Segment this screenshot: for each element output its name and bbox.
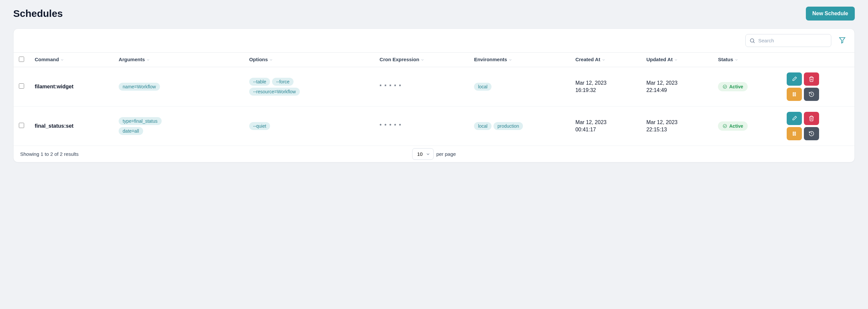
status-badge: Active [718, 82, 748, 91]
delete-button[interactable] [804, 73, 819, 86]
delete-button[interactable] [804, 112, 819, 125]
col-created-at[interactable]: Created At [570, 53, 641, 67]
page-title: Schedules [13, 8, 63, 19]
updated-at-text: Mar 12, 202322:15:13 [641, 107, 713, 146]
chevron-down-icon [421, 58, 425, 62]
results-summary: Showing 1 to 2 of 2 results [20, 151, 79, 157]
option-pill: --table [249, 78, 270, 86]
search-icon [749, 38, 755, 44]
chevron-down-icon [508, 58, 512, 62]
col-checkbox [13, 53, 29, 67]
col-arguments[interactable]: Arguments [113, 53, 244, 67]
svg-point-3 [723, 85, 727, 89]
per-page-label: per page [436, 151, 456, 157]
pause-button[interactable] [787, 127, 802, 140]
svg-point-0 [750, 39, 754, 43]
col-environments[interactable]: Environments [469, 53, 570, 67]
environment-pill: production [494, 122, 523, 130]
svg-rect-5 [795, 93, 795, 96]
col-updated-at[interactable]: Updated At [641, 53, 713, 67]
created-at-text: Mar 12, 202316:19:32 [570, 67, 641, 107]
new-schedule-button[interactable]: New Schedule [806, 7, 855, 21]
chevron-down-icon [674, 58, 678, 62]
col-status[interactable]: Status [713, 53, 781, 67]
chevron-down-icon [146, 58, 150, 62]
search-input[interactable] [745, 34, 831, 47]
edit-button[interactable] [787, 73, 802, 86]
cron-text: * * * * * [379, 84, 402, 89]
schedules-table: Command Arguments Options Cron Expressio… [13, 52, 855, 146]
command-text: filament:widget [35, 84, 73, 89]
history-button[interactable] [804, 88, 819, 101]
table-row: filament:widgetname=Workflow--table--for… [13, 67, 855, 107]
edit-button[interactable] [787, 112, 802, 125]
command-text: final_status:set [35, 123, 73, 129]
pause-button[interactable] [787, 88, 802, 101]
chevron-down-icon [601, 58, 606, 62]
svg-rect-4 [793, 93, 794, 96]
per-page-select[interactable]: 10 [412, 148, 434, 160]
row-checkbox[interactable] [19, 83, 24, 89]
chevron-down-icon [269, 58, 273, 62]
updated-at-text: Mar 12, 202322:14:49 [641, 67, 713, 107]
col-options[interactable]: Options [244, 53, 374, 67]
created-at-text: Mar 12, 202300:41:17 [570, 107, 641, 146]
chevron-down-icon [735, 58, 738, 62]
svg-rect-8 [795, 132, 795, 136]
table-row: final_status:settype=final_statusdate=al… [13, 107, 855, 146]
col-actions [781, 53, 855, 67]
row-checkbox[interactable] [19, 123, 24, 128]
svg-line-1 [753, 42, 754, 43]
option-pill: --force [272, 78, 293, 86]
col-command[interactable]: Command [29, 53, 113, 67]
argument-pill: type=final_status [119, 117, 161, 125]
environment-pill: local [474, 83, 492, 91]
svg-marker-2 [840, 38, 845, 43]
filter-icon [839, 36, 846, 44]
argument-pill: name=Workflow [119, 83, 160, 91]
schedules-card: Command Arguments Options Cron Expressio… [13, 28, 855, 163]
option-pill: --resource=Workflow [249, 88, 300, 95]
option-pill: --quiet [249, 122, 270, 130]
chevron-down-icon [60, 58, 64, 62]
select-all-checkbox[interactable] [19, 57, 24, 62]
argument-pill: date=all [119, 127, 143, 135]
history-button[interactable] [804, 127, 819, 140]
environment-pill: local [474, 122, 492, 130]
col-cron[interactable]: Cron Expression [374, 53, 469, 67]
filter-button[interactable] [837, 34, 848, 47]
svg-rect-7 [793, 132, 794, 136]
svg-point-6 [723, 124, 727, 128]
cron-text: * * * * * [379, 123, 402, 129]
status-badge: Active [718, 121, 748, 131]
